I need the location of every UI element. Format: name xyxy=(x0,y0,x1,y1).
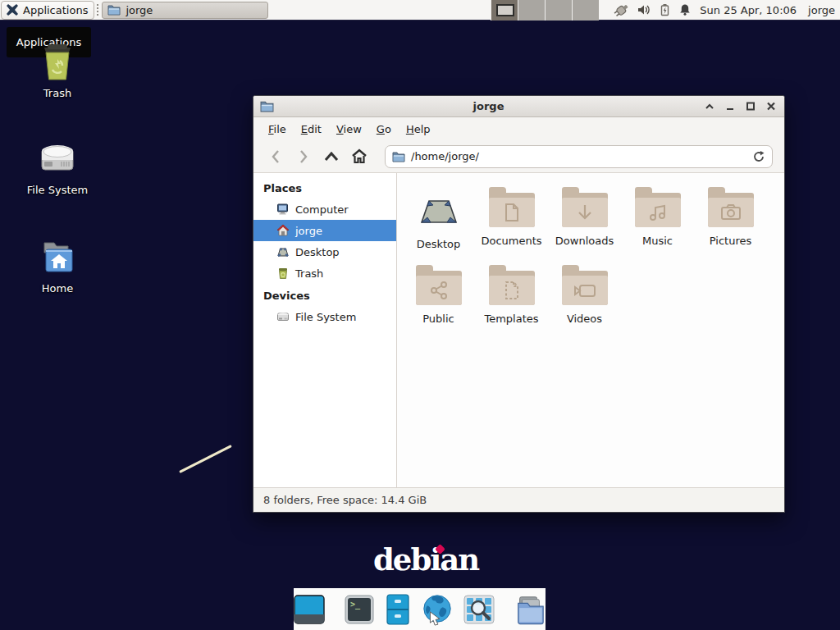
file-item-label: Videos xyxy=(567,313,602,325)
folder-template-icon xyxy=(489,271,535,305)
workspace-4[interactable] xyxy=(572,0,599,21)
workspace-1[interactable] xyxy=(491,0,518,21)
volume-icon[interactable] xyxy=(637,3,651,16)
workspace-3[interactable] xyxy=(545,0,572,21)
folder-video-icon xyxy=(562,271,608,305)
folder-music-icon xyxy=(635,193,681,227)
up-button[interactable] xyxy=(317,144,345,169)
file-item-public[interactable]: Public xyxy=(402,261,475,339)
trash-icon xyxy=(276,267,290,280)
desktop-icon-label: File System xyxy=(27,184,88,196)
top-panel: Applications jorge xyxy=(0,0,840,21)
battery-charging-icon[interactable] xyxy=(659,3,671,16)
file-item-label: Templates xyxy=(484,313,538,325)
sidebar-item-desktop[interactable]: Desktop xyxy=(253,241,396,262)
maximize-button[interactable] xyxy=(744,100,757,113)
file-item-desktop[interactable]: Desktop xyxy=(402,183,475,261)
menu-go[interactable]: Go xyxy=(370,120,398,139)
sidebar-item-file-system[interactable]: File System xyxy=(253,306,396,327)
debian-wordmark: debian xyxy=(373,541,478,578)
menu-file[interactable]: File xyxy=(262,120,293,139)
file-item-documents[interactable]: Documents xyxy=(475,183,548,261)
window-titlebar[interactable]: jorge xyxy=(253,96,784,117)
file-item-music[interactable]: Music xyxy=(621,183,694,261)
workspace-switcher xyxy=(491,0,599,21)
sidebar-item-trash[interactable]: Trash xyxy=(253,262,396,284)
taskbar-window-button[interactable]: jorge xyxy=(102,2,268,19)
toolbar: /home/jorge/ xyxy=(253,140,784,173)
desktop-icon xyxy=(276,245,290,258)
system-tray xyxy=(610,2,692,17)
home-button[interactable] xyxy=(345,144,373,169)
application-finder-launcher[interactable] xyxy=(463,593,495,626)
drive-icon xyxy=(37,138,78,179)
applications-menu-button[interactable]: Applications xyxy=(1,1,94,20)
path-value[interactable]: /home/jorge/ xyxy=(411,150,746,162)
sidebar: Places Computer xyxy=(253,173,397,487)
web-browser-launcher[interactable] xyxy=(421,593,454,626)
panel-username[interactable]: jorge xyxy=(808,4,835,16)
desktop-icon-file-system[interactable]: File System xyxy=(18,138,97,196)
web-browser-globe-icon xyxy=(421,592,454,627)
window-controls xyxy=(703,100,778,113)
file-item-downloads[interactable]: Downloads xyxy=(548,183,621,261)
file-item-label: Documents xyxy=(481,235,541,247)
file-cabinet-launcher[interactable] xyxy=(384,593,412,626)
panel-grip[interactable] xyxy=(96,3,100,17)
devices-header: Devices xyxy=(253,284,396,306)
forward-button[interactable] xyxy=(290,144,317,169)
menubar: File Edit View Go Help xyxy=(253,117,784,140)
path-folder-icon xyxy=(392,151,405,162)
shade-button[interactable] xyxy=(703,100,716,113)
menu-edit[interactable]: Edit xyxy=(294,120,328,139)
applications-menu-label: Applications xyxy=(23,4,88,16)
home-icon xyxy=(276,224,290,237)
file-item-pictures[interactable]: Pictures xyxy=(694,183,767,261)
desktop-icon-label: Trash xyxy=(43,87,71,99)
sidebar-item-label: jorge xyxy=(295,225,322,237)
terminal-launcher[interactable]: >_ xyxy=(344,593,375,626)
desktop-special-icon xyxy=(417,189,461,231)
file-item-videos[interactable]: Videos xyxy=(548,261,621,339)
file-item-templates[interactable]: Templates xyxy=(475,261,548,339)
debian-logo: debian xyxy=(373,541,504,578)
workspace-2[interactable] xyxy=(518,0,545,21)
drive-icon xyxy=(276,310,290,323)
plug-icon[interactable] xyxy=(610,2,630,17)
location-bar[interactable]: /home/jorge/ xyxy=(385,145,773,168)
minimize-button[interactable] xyxy=(724,100,737,113)
sidebar-item-jorge[interactable]: jorge xyxy=(253,220,396,241)
folder-document-icon xyxy=(489,193,535,227)
sidebar-item-label: Computer xyxy=(295,203,349,216)
folder-camera-icon xyxy=(708,193,754,227)
notifications-bell-icon[interactable] xyxy=(678,3,692,16)
refresh-icon[interactable] xyxy=(752,150,765,163)
desktop-icon-home[interactable]: Home xyxy=(18,236,97,294)
file-cabinet-icon xyxy=(384,593,412,626)
desktop-icon-trash[interactable]: Trash xyxy=(18,41,97,99)
application-finder-icon xyxy=(463,594,495,625)
show-desktop-icon xyxy=(293,594,326,625)
back-button[interactable] xyxy=(262,144,290,169)
file-item-label: Music xyxy=(642,235,673,247)
desktop-icon-label: Home xyxy=(42,282,73,294)
trash-icon xyxy=(37,41,78,82)
menu-help[interactable]: Help xyxy=(399,120,437,139)
file-item-label: Pictures xyxy=(710,235,751,247)
folder-icon xyxy=(107,4,121,16)
file-manager-folder-icon xyxy=(514,593,546,626)
desktop-artifact-line xyxy=(179,445,232,473)
sidebar-item-computer[interactable]: Computer xyxy=(253,199,396,220)
svg-text:>_: >_ xyxy=(350,600,361,609)
desktop: Applications jorge xyxy=(0,0,840,630)
sidebar-item-label: File System xyxy=(295,311,356,323)
file-manager-window: jorge File Edit View Go Help xyxy=(253,95,785,513)
close-button[interactable] xyxy=(765,100,778,113)
file-manager-launcher[interactable] xyxy=(514,593,546,626)
menu-view[interactable]: View xyxy=(330,120,368,139)
show-desktop-button[interactable] xyxy=(293,593,326,626)
taskbar-window-label: jorge xyxy=(126,4,153,16)
computer-icon xyxy=(276,203,290,216)
panel-clock[interactable]: Sun 25 Apr, 10:06 xyxy=(700,4,797,16)
folder-share-icon xyxy=(416,271,462,305)
